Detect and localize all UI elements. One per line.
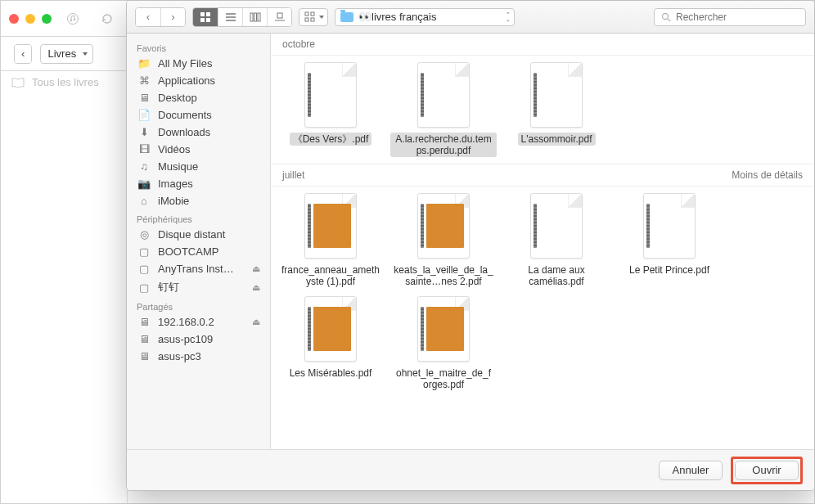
file-name: ohnet_le_maitre_de_forges.pdf (390, 367, 497, 391)
file-thumbnail (304, 193, 357, 259)
path-popup[interactable]: 👀livres français (335, 8, 515, 26)
file-thumbnail (304, 62, 357, 128)
file-item[interactable]: Le Petit Prince.pdf (616, 193, 723, 288)
sidebar-item-label: Downloads (158, 126, 210, 138)
file-grid: france_anneau_amethyste (1).pdfkeats_la_… (271, 187, 814, 398)
file-content-area: octobre《Des Vers》.pdfA.la.recherche.du.t… (271, 34, 814, 449)
file-name: La dame aux camélias.pdf (503, 263, 610, 288)
icon-view-button[interactable] (193, 8, 218, 26)
sidebar-item-device[interactable]: ▢BOOTCAMP (127, 243, 270, 260)
sidebar-item-label: Vidéos (158, 143, 191, 155)
file-item[interactable]: keats_la_veille_de_la_sainte…nes 2.pdf (390, 193, 497, 288)
file-grid: 《Des Vers》.pdfA.la.recherche.du.temps.pe… (271, 56, 814, 164)
bg-sidebar: Tous les livres (1, 71, 128, 503)
sidebar-item-icon: ⌂ (137, 195, 151, 207)
sidebar-item-icon: 🖥 (137, 333, 151, 345)
sidebar-item-label: 192.168.0.2 (158, 316, 214, 328)
forward-button[interactable]: › (160, 8, 185, 26)
sidebar-item-label: Applications (158, 74, 215, 87)
sidebar-item-favorite[interactable]: 🖥Desktop (127, 89, 270, 106)
bg-sidebar-item[interactable]: Tous les livres (1, 71, 127, 93)
svg-rect-6 (206, 12, 210, 16)
back-button[interactable]: ‹ (136, 8, 160, 26)
search-field[interactable] (654, 8, 806, 26)
file-item[interactable]: 《Des Vers》.pdf (277, 62, 384, 157)
sidebar-item-icon: ⬇ (137, 126, 151, 138)
sidebar-item-favorite[interactable]: 📷Images (127, 175, 270, 192)
sidebar-item-device[interactable]: ▢AnyTrans Inst… (127, 260, 270, 277)
file-item[interactable]: france_anneau_amethyste (1).pdf (277, 193, 384, 288)
nav-back-forward: ‹ › (135, 7, 186, 27)
music-icon[interactable] (60, 9, 86, 29)
sidebar-item-shared[interactable]: 🖥192.168.0.2 (127, 313, 270, 331)
svg-rect-11 (258, 13, 260, 21)
sidebar-item-icon: 🎞 (137, 143, 151, 155)
close-icon[interactable] (9, 14, 19, 24)
svg-rect-9 (250, 13, 253, 21)
sidebar-item-favorite[interactable]: 🎞Vidéos (127, 141, 270, 158)
sidebar-item-favorite[interactable]: 📄Documents (127, 106, 270, 124)
sidebar-item-icon: ▢ (137, 245, 151, 258)
svg-rect-10 (254, 13, 256, 21)
sidebar-header: Partagés (127, 297, 270, 313)
coverflow-view-button[interactable] (267, 8, 291, 26)
bg-back-forward[interactable]: ‹ (14, 44, 32, 64)
sidebar-item-favorite[interactable]: ♫Musique (127, 158, 270, 175)
zoom-icon[interactable] (42, 14, 52, 24)
sidebar-item-icon: 🖥 (137, 92, 151, 104)
sidebar-item-label: Disque distant (158, 228, 225, 241)
column-view-button[interactable] (242, 8, 267, 26)
file-thumbnail (417, 296, 470, 362)
svg-rect-5 (200, 12, 205, 16)
sidebar-header: Périphériques (127, 209, 270, 226)
sidebar-item-favorite[interactable]: ⬇Downloads (127, 124, 270, 141)
refresh-icon[interactable] (94, 9, 120, 29)
list-view-button[interactable] (218, 8, 242, 26)
cancel-button[interactable]: Annuler (659, 461, 723, 480)
sidebar-item-label: Musique (158, 160, 198, 173)
sidebar-item-shared[interactable]: 🖥asus-pc3 (127, 348, 270, 365)
minimize-icon[interactable] (25, 14, 35, 24)
sidebar-item-shared[interactable]: 🖥asus-pc109 (127, 331, 270, 348)
section-header: juilletMoins de détails (271, 164, 814, 187)
file-item[interactable]: Les Misérables.pdf (277, 296, 384, 391)
view-mode-group (192, 7, 292, 27)
sidebar-item-label: asus-pc3 (158, 350, 201, 362)
bg-back-button[interactable]: ‹ (15, 45, 31, 63)
sidebar-item-label: Documents (158, 109, 212, 121)
open-button[interactable]: Ouvrir (735, 461, 799, 480)
svg-rect-13 (305, 12, 308, 16)
file-thumbnail (643, 193, 696, 259)
svg-rect-7 (200, 18, 205, 22)
sidebar-item-label: 钉钉 (158, 280, 179, 295)
library-dropdown[interactable]: Livres (40, 44, 93, 64)
sidebar-item-device[interactable]: ◎Disque distant (127, 226, 270, 243)
sidebar-item-device[interactable]: ▢钉钉 (127, 277, 270, 297)
search-input[interactable] (676, 11, 799, 23)
sidebar-item-icon: ▢ (137, 263, 151, 275)
arrange-button[interactable] (299, 8, 328, 26)
emphasis-box: Ouvrir (731, 457, 803, 484)
svg-point-2 (74, 18, 75, 20)
file-item[interactable]: La dame aux camélias.pdf (503, 193, 610, 288)
details-toggle[interactable]: Moins de détails (732, 169, 803, 181)
folder-icon (340, 12, 353, 22)
dialog-footer: Annuler Ouvrir (127, 449, 814, 490)
sidebar-item-icon: ⌘ (137, 74, 151, 87)
file-item[interactable]: A.la.recherche.du.temps.perdu.pdf (390, 62, 497, 157)
file-item[interactable]: ohnet_le_maitre_de_forges.pdf (390, 296, 497, 391)
svg-point-17 (663, 13, 669, 19)
svg-rect-12 (277, 13, 282, 18)
section-title: juillet (282, 169, 304, 181)
file-thumbnail (530, 193, 583, 259)
file-name: Les Misérables.pdf (286, 367, 376, 380)
file-item[interactable]: L'assommoir.pdf (503, 62, 610, 157)
file-name: 《Des Vers》.pdf (290, 133, 372, 146)
book-icon (11, 77, 25, 88)
sidebar-item-favorite[interactable]: ⌂iMobie (127, 192, 270, 209)
sidebar-item-favorite[interactable]: 📁All My Files (127, 55, 270, 72)
traffic-lights (9, 14, 52, 24)
sidebar-item-favorite[interactable]: ⌘Applications (127, 72, 270, 89)
file-name: A.la.recherche.du.temps.perdu.pdf (390, 133, 497, 157)
file-name: L'assommoir.pdf (518, 133, 596, 146)
